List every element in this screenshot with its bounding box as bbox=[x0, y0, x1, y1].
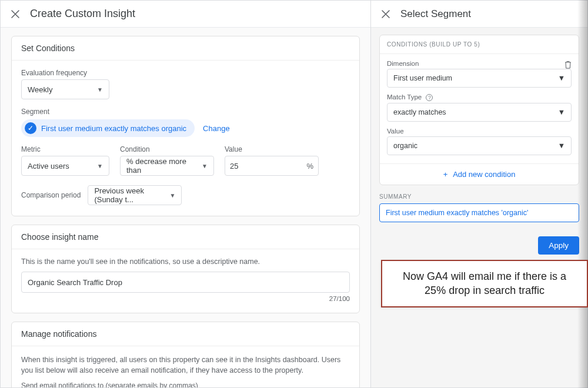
trash-icon[interactable] bbox=[564, 61, 572, 69]
select-segment-panel: Select Segment CONDITIONS (BUILD UP TO 5… bbox=[371, 1, 587, 387]
summary-box: First user medium exactly matches 'organ… bbox=[379, 203, 579, 222]
chevron-down-icon: ▼ bbox=[97, 86, 103, 93]
metric-value: Active users bbox=[28, 162, 69, 170]
left-body: Set Conditions Evaluation frequency Week… bbox=[1, 28, 370, 387]
add-condition-label: Add new condition bbox=[453, 170, 515, 179]
chevron-down-icon: ▼ bbox=[97, 163, 103, 169]
conditions-box: CONDITIONS (BUILD UP TO 5) Dimension Fir… bbox=[379, 35, 579, 185]
segment-chip-text: First user medium exactly matches organi… bbox=[41, 124, 186, 133]
percent-icon: % bbox=[306, 162, 313, 170]
help-icon[interactable]: ? bbox=[426, 94, 433, 101]
insight-name-input[interactable] bbox=[21, 272, 350, 293]
segment-label: Segment bbox=[21, 108, 350, 116]
set-conditions-card: Set Conditions Evaluation frequency Week… bbox=[11, 36, 360, 216]
segment-value: organic bbox=[393, 142, 417, 150]
insight-name-heading: Choose insight name bbox=[12, 225, 359, 249]
chevron-down-icon: ▼ bbox=[558, 74, 565, 82]
evaluation-frequency-label: Evaluation frequency bbox=[21, 69, 350, 77]
match-type-value: exactly matches bbox=[393, 108, 446, 116]
evaluation-frequency-select[interactable]: Weekly ▼ bbox=[21, 79, 109, 99]
email-label: Send email notifications to (separate em… bbox=[21, 382, 350, 387]
insight-name-desc: This is the name you'll see in the notif… bbox=[21, 257, 350, 266]
summary-label: SUMMARY bbox=[379, 193, 579, 200]
page-title: Create Custom Insight bbox=[30, 8, 135, 20]
annotation-callout: Now GA4 will email me if there is a 25% … bbox=[381, 260, 588, 307]
evaluation-frequency-value: Weekly bbox=[28, 85, 52, 94]
comparison-period-label: Comparison period bbox=[21, 191, 81, 199]
right-title: Select Segment bbox=[400, 8, 471, 20]
notifications-card: Manage notifications When this insight i… bbox=[11, 322, 360, 387]
dimension-label: Dimension bbox=[387, 60, 419, 67]
create-insight-panel: Create Custom Insight Set Conditions Eva… bbox=[1, 1, 371, 387]
apply-button[interactable]: Apply bbox=[538, 236, 579, 255]
notifications-desc: When this insight is triggered, all user… bbox=[21, 354, 350, 376]
notifications-heading: Manage notifications bbox=[12, 322, 359, 346]
close-icon[interactable] bbox=[380, 9, 391, 19]
conditions-box-heading: CONDITIONS (BUILD UP TO 5) bbox=[380, 35, 579, 54]
left-header: Create Custom Insight bbox=[1, 1, 370, 28]
condition-label: Condition bbox=[120, 145, 214, 153]
plus-icon: + bbox=[443, 170, 448, 179]
value-input-wrap[interactable]: % bbox=[225, 156, 319, 176]
chevron-down-icon: ▼ bbox=[558, 142, 565, 150]
segment-value-label: Value bbox=[387, 128, 572, 135]
condition-select[interactable]: % decrease more than ▼ bbox=[120, 156, 214, 176]
change-segment-link[interactable]: Change bbox=[203, 124, 230, 133]
segment-value-select[interactable]: organic ▼ bbox=[387, 136, 572, 155]
metric-select[interactable]: Active users ▼ bbox=[21, 156, 109, 176]
close-icon[interactable] bbox=[10, 9, 21, 19]
insight-name-counter: 27/100 bbox=[21, 295, 350, 302]
chevron-down-icon: ▼ bbox=[169, 192, 175, 199]
chevron-down-icon: ▼ bbox=[202, 163, 208, 169]
insight-name-card: Choose insight name This is the name you… bbox=[11, 225, 360, 313]
set-conditions-heading: Set Conditions bbox=[12, 36, 359, 61]
value-label: Value bbox=[225, 145, 319, 153]
check-icon: ✓ bbox=[25, 122, 36, 134]
dimension-value: First user medium bbox=[393, 74, 452, 82]
metric-label: Metric bbox=[21, 145, 109, 153]
comparison-period-select[interactable]: Previous week (Sunday t... ▼ bbox=[88, 185, 182, 205]
chevron-down-icon: ▼ bbox=[558, 108, 565, 116]
right-header: Select Segment bbox=[371, 1, 587, 28]
dimension-select[interactable]: First user medium ▼ bbox=[387, 69, 572, 88]
match-type-select[interactable]: exactly matches ▼ bbox=[387, 103, 572, 122]
comparison-period-value: Previous week (Sunday t... bbox=[94, 186, 163, 204]
segment-chip[interactable]: ✓ First user medium exactly matches orga… bbox=[21, 119, 195, 137]
match-type-label: Match Type ? bbox=[387, 93, 572, 101]
value-input[interactable] bbox=[230, 162, 306, 170]
condition-value: % decrease more than bbox=[126, 157, 196, 175]
add-condition-button[interactable]: + Add new condition bbox=[380, 163, 579, 185]
